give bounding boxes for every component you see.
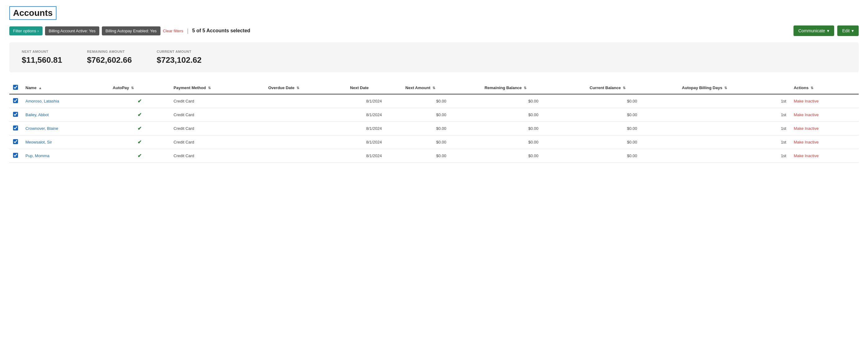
row-overdue-date	[265, 136, 346, 149]
row-autopay-billing-days: 1st	[678, 122, 790, 136]
accounts-table: Name ▲ AutoPay ⇅ Payment Method ⇅ Overdu…	[9, 82, 859, 163]
actions-sort-icon: ⇅	[811, 86, 813, 90]
next-amount-value: $11,560.81	[22, 55, 62, 65]
th-payment-method[interactable]: Payment Method ⇅	[170, 82, 265, 94]
row-actions: Make Inactive	[790, 94, 859, 108]
row-remaining-balance: $0.00	[481, 108, 586, 122]
row-select-checkbox[interactable]	[13, 139, 18, 144]
toolbar-right: Communicate ▾ Edit ▾	[794, 26, 859, 36]
overdue-date-sort-icon: ⇅	[297, 86, 299, 90]
row-overdue-date	[265, 122, 346, 136]
th-remaining-balance[interactable]: Remaining Balance ⇅	[481, 82, 586, 94]
toolbar-left: Filter options › Name Billing Account Ac…	[9, 26, 250, 35]
th-actions[interactable]: Actions ⇅	[790, 82, 859, 94]
row-autopay: ✔	[109, 122, 170, 136]
row-autopay: ✔	[109, 136, 170, 149]
account-name-link[interactable]: Bailey, Abbot	[26, 112, 49, 117]
th-next-date: Next Date	[346, 82, 402, 94]
filter-tag-autopay-enabled: Billing Autopay Enabled: Yes	[102, 26, 160, 35]
account-name-link[interactable]: Meowsalot, Sir	[26, 140, 52, 144]
filter-options-label: Filter options	[13, 29, 36, 33]
filter-tag-billing-active: Name Billing Account Active: Yes	[45, 26, 99, 35]
account-name-link[interactable]: Crownover, Blaine	[26, 126, 58, 131]
row-payment-method: Credit Card	[170, 94, 265, 108]
row-actions: Make Inactive	[790, 136, 859, 149]
row-next-amount: $0.00	[402, 149, 481, 163]
row-select-checkbox[interactable]	[13, 112, 18, 117]
communicate-chevron-icon: ▾	[827, 28, 829, 33]
row-autopay-billing-days: 1st	[678, 108, 790, 122]
row-checkbox-cell	[9, 136, 22, 149]
current-amount-value: $723,102.62	[157, 55, 202, 65]
row-current-balance: $0.00	[586, 94, 678, 108]
row-actions: Make Inactive	[790, 122, 859, 136]
row-name: Meowsalot, Sir	[22, 136, 109, 149]
name-sort-icon: ▲	[38, 86, 42, 90]
autopay-checkmark-icon: ✔	[137, 98, 142, 104]
row-checkbox-cell	[9, 108, 22, 122]
row-next-amount: $0.00	[402, 122, 481, 136]
row-select-checkbox[interactable]	[13, 153, 18, 158]
row-payment-method: Credit Card	[170, 122, 265, 136]
row-actions: Make Inactive	[790, 108, 859, 122]
row-next-amount: $0.00	[402, 94, 481, 108]
current-amount-label: CURRENT AMOUNT	[157, 50, 202, 53]
row-checkbox-cell	[9, 122, 22, 136]
edit-button[interactable]: Edit ▾	[837, 26, 859, 36]
th-name[interactable]: Name ▲	[22, 82, 109, 94]
row-next-date: 8/1/2024	[346, 149, 402, 163]
row-name: Bailey, Abbot	[22, 108, 109, 122]
make-inactive-button[interactable]: Make Inactive	[794, 153, 819, 158]
make-inactive-button[interactable]: Make Inactive	[794, 126, 819, 131]
th-overdue-date[interactable]: Overdue Date ⇅	[265, 82, 346, 94]
toolbar-divider: |	[187, 28, 188, 34]
make-inactive-button[interactable]: Make Inactive	[794, 140, 819, 144]
row-select-checkbox[interactable]	[13, 98, 18, 103]
table-row: Crownover, Blaine✔Credit Card8/1/2024$0.…	[9, 122, 859, 136]
account-name-link[interactable]: Amoroso, Latashia	[26, 99, 59, 104]
row-next-amount: $0.00	[402, 108, 481, 122]
th-autopay[interactable]: AutoPay ⇅	[109, 82, 170, 94]
row-select-checkbox[interactable]	[13, 125, 18, 130]
row-autopay: ✔	[109, 94, 170, 108]
remaining-amount-value: $762,602.66	[87, 55, 132, 65]
row-remaining-balance: $0.00	[481, 136, 586, 149]
summary-remaining-amount: REMAINING AMOUNT $762,602.66	[87, 50, 132, 65]
summary-current-amount: CURRENT AMOUNT $723,102.62	[157, 50, 202, 65]
make-inactive-button[interactable]: Make Inactive	[794, 112, 819, 117]
row-current-balance: $0.00	[586, 122, 678, 136]
row-actions: Make Inactive	[790, 149, 859, 163]
th-next-amount[interactable]: Next Amount ⇅	[402, 82, 481, 94]
make-inactive-button[interactable]: Make Inactive	[794, 99, 819, 104]
table-row: Pup, Momma✔Credit Card8/1/2024$0.00$0.00…	[9, 149, 859, 163]
edit-chevron-icon: ▾	[851, 28, 854, 33]
row-overdue-date	[265, 94, 346, 108]
summary-next-amount: NEXT AMOUNT $11,560.81	[22, 50, 62, 65]
row-current-balance: $0.00	[586, 149, 678, 163]
select-all-header[interactable]	[9, 82, 22, 94]
th-current-balance[interactable]: Current Balance ⇅	[586, 82, 678, 94]
row-payment-method: Credit Card	[170, 136, 265, 149]
select-all-checkbox[interactable]	[13, 85, 18, 90]
filter-options-button[interactable]: Filter options ›	[9, 26, 42, 35]
communicate-label: Communicate	[799, 28, 825, 33]
table-row: Bailey, Abbot✔Credit Card8/1/2024$0.00$0…	[9, 108, 859, 122]
selected-count: 5 of 5 Accounts selected	[192, 28, 250, 33]
remaining-amount-label: REMAINING AMOUNT	[87, 50, 132, 53]
account-name-link[interactable]: Pup, Momma	[26, 153, 49, 158]
row-autopay-billing-days: 1st	[678, 149, 790, 163]
th-autopay-billing-days[interactable]: Autopay Billing Days ⇅	[678, 82, 790, 94]
row-next-date: 8/1/2024	[346, 108, 402, 122]
row-autopay: ✔	[109, 108, 170, 122]
row-payment-method: Credit Card	[170, 149, 265, 163]
row-remaining-balance: $0.00	[481, 94, 586, 108]
row-autopay: ✔	[109, 149, 170, 163]
table-header-row: Name ▲ AutoPay ⇅ Payment Method ⇅ Overdu…	[9, 82, 859, 94]
row-next-amount: $0.00	[402, 136, 481, 149]
current-balance-sort-icon: ⇅	[623, 86, 625, 90]
communicate-button[interactable]: Communicate ▾	[794, 26, 834, 36]
autopay-sort-icon: ⇅	[131, 86, 134, 90]
row-current-balance: $0.00	[586, 108, 678, 122]
table-row: Amoroso, Latashia✔Credit Card8/1/2024$0.…	[9, 94, 859, 108]
clear-filters-button[interactable]: Clear filters	[163, 29, 183, 33]
